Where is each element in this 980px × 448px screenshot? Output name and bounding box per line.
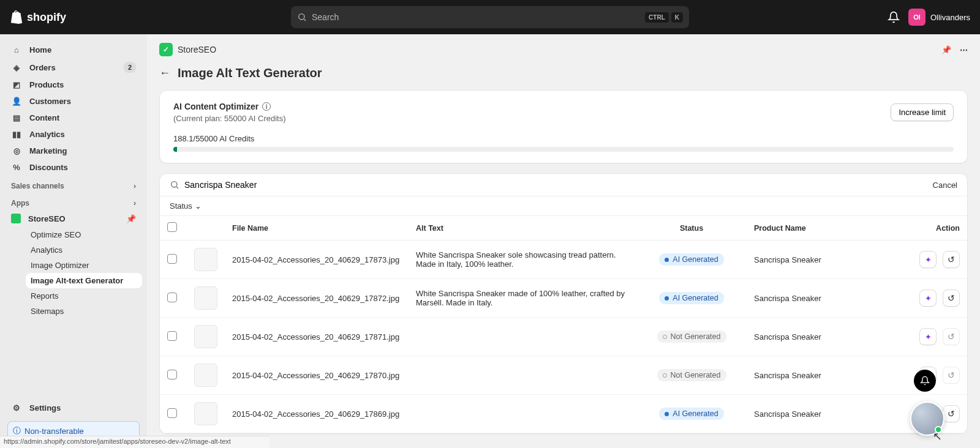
product-name-cell: Sancrispa Sneaker	[747, 279, 888, 318]
home-icon: ⌂	[11, 45, 22, 54]
generate-button[interactable]: ✦	[919, 328, 937, 345]
generate-button[interactable]: ✦	[919, 289, 937, 307]
pin-icon[interactable]: 📌	[126, 214, 136, 223]
svg-point-0	[299, 14, 304, 20]
select-all-checkbox[interactable]	[167, 222, 177, 232]
sidebar-item-label: Settings	[29, 403, 61, 413]
table-row: 2015-04-02_Accessories_20_40629_17872.jp…	[160, 279, 967, 318]
subnav-analytics[interactable]: Analytics	[26, 242, 142, 258]
file-name-cell: 2015-04-02_Accessories_20_40629_17872.jp…	[225, 279, 409, 318]
shopify-logo[interactable]: shopify	[10, 10, 66, 24]
table-search-row: Cancel	[160, 174, 967, 196]
subnav-image-optimizer[interactable]: Image Optimizer	[26, 258, 142, 273]
chevron-right-icon: ›	[134, 199, 136, 207]
sidebar-item-settings[interactable]: ⚙Settings	[5, 400, 142, 416]
sidebar-item-label: Image Optimizer	[31, 261, 89, 270]
sparkle-icon: ✦	[925, 332, 932, 342]
sidebar-item-marketing[interactable]: ◎Marketing	[5, 143, 142, 159]
subnav-sitemaps[interactable]: Sitemaps	[26, 304, 142, 319]
app-header: ✓ StoreSEO 📌 ⋯	[147, 34, 980, 62]
table-search-input[interactable]	[184, 180, 925, 190]
subnav-optimize-seo[interactable]: Optimize SEO	[26, 227, 142, 242]
analytics-icon: ▮▮	[11, 130, 22, 139]
topbar: shopify CTRL K Ol Ollivanders	[0, 0, 980, 34]
status-filter[interactable]: Status ⌄	[170, 201, 202, 211]
undo-button[interactable]: ↺	[943, 289, 960, 307]
generate-button[interactable]: ✦	[919, 251, 937, 268]
image-thumbnail[interactable]	[194, 325, 217, 348]
subnav-reports[interactable]: Reports	[26, 288, 142, 304]
credits-progress	[173, 147, 954, 152]
back-button[interactable]: ←	[159, 67, 170, 80]
undo-button[interactable]: ↺	[943, 405, 960, 422]
table-row: 2015-04-02_Accessories_20_40629_17871.jp…	[160, 318, 967, 356]
alt-text-cell: White Sancrispa Sneaker sole showcasing …	[409, 241, 636, 279]
sidebar-item-customers[interactable]: 👤Customers	[5, 93, 142, 110]
sidebar-item-label: StoreSEO	[28, 214, 66, 223]
search-icon	[297, 12, 307, 22]
file-name-cell: 2015-04-02_Accessories_20_40629_17869.jp…	[225, 395, 409, 433]
image-thumbnail[interactable]	[194, 248, 217, 271]
credits-text: 188.1/55000 AI Credits	[173, 134, 954, 143]
undo-button[interactable]: ↺	[943, 251, 960, 268]
notifications-fab[interactable]	[914, 370, 936, 392]
orders-badge: 2	[124, 62, 136, 73]
undo-icon: ↺	[948, 332, 955, 342]
sidebar-item-label: Customers	[29, 97, 71, 106]
subnav-image-alt-text[interactable]: Image Alt-text Generator	[26, 273, 142, 288]
chat-widget[interactable]	[910, 401, 944, 436]
product-name-cell: Sancrispa Sneaker	[747, 356, 888, 395]
kbd-k: K	[671, 12, 683, 23]
status-badge: AI Generated	[659, 408, 723, 420]
file-name-cell: 2015-04-02_Accessories_20_40629_17871.jp…	[225, 318, 409, 356]
alt-text-cell	[409, 356, 636, 395]
sidebar: ⌂Home ◈Orders2 ◩Products 👤Customers ▤Con…	[0, 34, 147, 448]
pin-icon[interactable]: 📌	[941, 45, 951, 54]
sidebar-item-label: Marketing	[29, 146, 67, 155]
product-name-cell: Sancrispa Sneaker	[747, 395, 888, 433]
status-badge: Not Generated	[657, 330, 726, 343]
undo-icon: ↺	[948, 255, 955, 264]
sidebar-app-storeseo[interactable]: StoreSEO 📌	[5, 210, 142, 227]
image-thumbnail[interactable]	[194, 402, 217, 425]
table-row: 2015-04-02_Accessories_20_40629_17870.jp…	[160, 356, 967, 395]
product-name-cell: Sancrispa Sneaker	[747, 318, 888, 356]
sidebar-item-content[interactable]: ▤Content	[5, 110, 142, 126]
search-shortcut: CTRL K	[645, 12, 683, 23]
sidebar-item-analytics[interactable]: ▮▮Analytics	[5, 126, 142, 143]
product-name-cell: Sancrispa Sneaker	[747, 241, 888, 279]
global-search[interactable]: CTRL K	[291, 6, 689, 28]
sidebar-item-home[interactable]: ⌂Home	[5, 42, 142, 58]
optimizer-card: AI Content Optimizer i (Current plan: 55…	[159, 90, 968, 163]
row-checkbox[interactable]	[167, 331, 177, 341]
section-sales-channels[interactable]: Sales channels›	[5, 176, 142, 193]
image-thumbnail[interactable]	[194, 364, 217, 387]
increase-limit-button[interactable]: Increase limit	[891, 103, 954, 121]
app-logo-icon: ✓	[159, 43, 173, 56]
info-icon[interactable]: i	[262, 102, 271, 111]
optimizer-title: AI Content Optimizer i	[173, 102, 286, 111]
app-name: StoreSEO	[178, 45, 216, 54]
sidebar-item-products[interactable]: ◩Products	[5, 77, 142, 93]
user-menu[interactable]: Ol Ollivanders	[908, 9, 970, 26]
shopify-bag-icon	[10, 10, 23, 24]
sidebar-item-label: Orders	[29, 63, 56, 72]
section-apps[interactable]: Apps›	[5, 193, 142, 210]
row-checkbox[interactable]	[167, 408, 177, 418]
images-table-card: Cancel Status ⌄ File Name Alt Text Statu…	[159, 173, 968, 434]
row-checkbox[interactable]	[167, 370, 177, 379]
image-thumbnail[interactable]	[194, 286, 217, 310]
notifications-icon[interactable]	[888, 11, 900, 23]
file-name-cell: 2015-04-02_Accessories_20_40629_17870.jp…	[225, 356, 409, 395]
col-action: Action	[888, 216, 967, 241]
row-checkbox[interactable]	[167, 293, 177, 302]
sidebar-item-discounts[interactable]: %Discounts	[5, 159, 142, 176]
row-checkbox[interactable]	[167, 254, 177, 264]
search-input[interactable]	[312, 12, 645, 22]
more-icon[interactable]: ⋯	[960, 45, 968, 54]
search-cancel-button[interactable]: Cancel	[933, 181, 957, 190]
sidebar-item-orders[interactable]: ◈Orders2	[5, 58, 142, 77]
svg-line-1	[304, 19, 306, 21]
status-badge: AI Generated	[659, 292, 723, 304]
table-row: 2015-04-02_Accessories_20_40629_17873.jp…	[160, 241, 967, 279]
